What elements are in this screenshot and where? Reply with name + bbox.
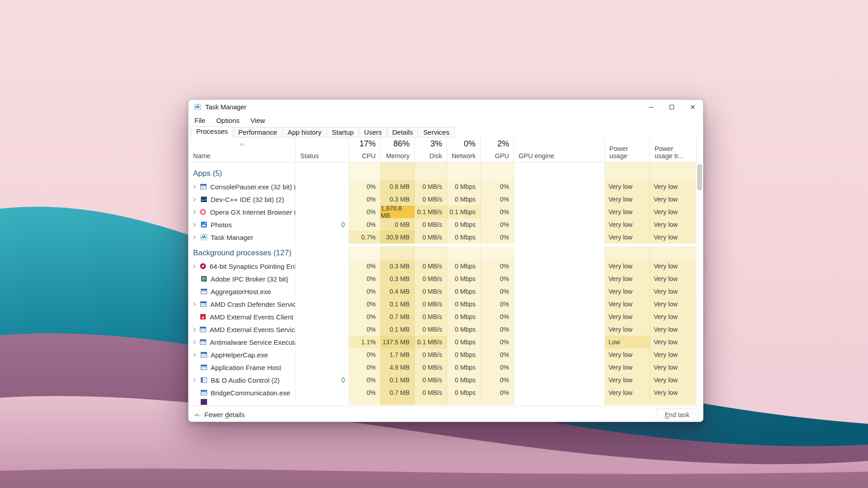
- tab-details[interactable]: Details: [387, 127, 419, 137]
- group-header[interactable]: Apps (5): [189, 167, 697, 180]
- window-controls: ✕: [641, 100, 703, 114]
- process-row[interactable]: AMD External Events Service M...0%0.1 MB…: [189, 323, 697, 336]
- expand-chevron-right-icon[interactable]: [192, 327, 198, 332]
- process-row[interactable]: Adobe IPC Broker (32 bit)0%0.3 MB0 MB/s0…: [189, 272, 697, 285]
- expand-chevron-right-icon[interactable]: [192, 352, 198, 357]
- cell-power_trend: Very low: [650, 260, 697, 272]
- column-header-status[interactable]: Status: [296, 137, 349, 162]
- column-header-memory[interactable]: 86%Memory: [381, 137, 415, 162]
- process-row[interactable]: Opera GX Internet Browser (25)0%1,870.8 …: [189, 206, 697, 218]
- cell-status: [296, 260, 349, 272]
- column-label-power: Power usage: [605, 145, 650, 162]
- end-task-button[interactable]: End task: [656, 408, 698, 421]
- expand-chevron-right-icon[interactable]: [192, 197, 198, 202]
- fewer-details-toggle[interactable]: Fewer details: [194, 411, 245, 418]
- cell-name: Task Manager: [189, 231, 296, 244]
- process-name: Photos: [211, 221, 232, 229]
- cell-cpu: [349, 167, 381, 180]
- vertical-scrollbar[interactable]: [696, 162, 703, 406]
- bo-audio-icon: [200, 376, 208, 384]
- cell-power: Very low: [605, 285, 650, 298]
- cell-power_trend: Very low: [650, 180, 697, 193]
- cell-power_trend: [650, 162, 697, 167]
- expand-chevron-right-icon[interactable]: [192, 302, 198, 307]
- cell-disk: [415, 399, 447, 405]
- tab-app-history[interactable]: App history: [282, 127, 327, 137]
- column-header-power[interactable]: Power usage: [605, 137, 650, 162]
- process-row[interactable]: AMD Crash Defender Service0%0.1 MB0 MB/s…: [189, 298, 697, 310]
- process-row[interactable]: Dev-C++ IDE (32 bit) (2)0%0.3 MB0 MB/s0 …: [189, 193, 697, 206]
- tab-services[interactable]: Services: [418, 127, 455, 137]
- column-header-cpu[interactable]: 17%CPU: [349, 137, 381, 162]
- tab-performance[interactable]: Performance: [233, 127, 283, 137]
- menu-item-options[interactable]: Options: [216, 117, 240, 124]
- scrollbar-thumb[interactable]: [697, 164, 702, 190]
- cell-cpu: [349, 162, 381, 167]
- process-row[interactable]: BridgeCommunication.exe0%0.7 MB0 MB/s0 M…: [189, 386, 697, 399]
- cell-cpu: 0%: [349, 193, 381, 206]
- column-header-power_trend[interactable]: Power usage tr...: [650, 137, 697, 162]
- cell-power_trend: Very low: [650, 323, 697, 336]
- titlebar[interactable]: Task Manager ✕: [189, 100, 703, 114]
- cell-status: [296, 336, 349, 348]
- cell-name: ConsolePauser.exe (32 bit) (2): [189, 180, 296, 193]
- tab-processes[interactable]: Processes: [191, 126, 233, 137]
- menu-item-file[interactable]: File: [194, 117, 205, 124]
- maximize-button[interactable]: [661, 100, 682, 114]
- cell-power: Very low: [605, 386, 650, 399]
- process-row[interactable]: aAMD External Events Client Mo...0%0.7 M…: [189, 310, 697, 323]
- expand-chevron-right-icon[interactable]: [192, 222, 198, 227]
- column-header-gpu[interactable]: 2%GPU: [481, 137, 514, 162]
- process-row[interactable]: AppHelperCap.exe0%1.7 MB0 MB/s0 Mbps0%Ve…: [189, 348, 697, 361]
- eco-mode-leaf-icon: [340, 221, 347, 230]
- purple-app-icon: [200, 399, 208, 405]
- process-row[interactable]: Task Manager0.7%30.9 MB0 MB/s0 Mbps0%Ver…: [189, 231, 697, 244]
- process-row[interactable]: 64-bit Synaptics Pointing Enhan...0%0.3 …: [189, 260, 697, 272]
- group-label: Background processes (127): [193, 249, 291, 258]
- cell-power_trend: Very low: [650, 348, 697, 361]
- process-row-partial: [189, 399, 697, 405]
- expand-chevron-right-icon[interactable]: [192, 264, 198, 269]
- cell-gpu: 0%: [481, 336, 514, 348]
- cell-disk: [415, 246, 447, 260]
- eco-mode-leaf-icon: [340, 376, 347, 386]
- cell-gpu: 0%: [481, 285, 514, 298]
- tab-users[interactable]: Users: [359, 127, 387, 137]
- process-name: 64-bit Synaptics Pointing Enhan...: [210, 263, 295, 270]
- cell-name: aAMD External Events Client Mo...: [189, 310, 296, 323]
- cell-cpu: 0%: [349, 361, 381, 374]
- process-row[interactable]: Antimalware Service Executable1.1%137.5 …: [189, 336, 697, 348]
- minimize-icon: [649, 107, 654, 108]
- synaptics-icon: [199, 263, 207, 270]
- column-header-network[interactable]: 0%Network: [447, 137, 481, 162]
- menu-item-view[interactable]: View: [250, 117, 265, 124]
- cell-gpu_engine: [514, 167, 605, 180]
- column-headers: NameStatus17%CPU86%Memory3%Disk0%Network…: [189, 137, 703, 162]
- minimize-button[interactable]: [641, 100, 661, 114]
- cell-power: Very low: [605, 193, 650, 206]
- process-row[interactable]: Photos0%0 MB0 MB/s0 Mbps0%Very lowVery l…: [189, 218, 697, 231]
- expand-chevron-right-icon[interactable]: [192, 340, 198, 345]
- column-header-disk[interactable]: 3%Disk: [415, 137, 447, 162]
- column-label-power_trend: Power usage tr...: [650, 145, 696, 162]
- process-row[interactable]: ConsolePauser.exe (32 bit) (2)0%0.8 MB0 …: [189, 180, 697, 193]
- expand-chevron-right-icon[interactable]: [192, 210, 198, 215]
- expand-chevron-right-icon[interactable]: [192, 184, 198, 189]
- expand-chevron-right-icon[interactable]: [192, 235, 198, 240]
- process-row[interactable]: B& O Audio Control (2)0%0.1 MB0 MB/s0 Mb…: [189, 374, 697, 386]
- process-row[interactable]: AggregatorHost.exe0%0.4 MB0 MB/s0 Mbps0%…: [189, 285, 697, 298]
- header-spacer-row: [189, 162, 697, 167]
- group-label-cell: Background processes (127): [189, 246, 296, 260]
- process-name: AggregatorHost.exe: [211, 288, 271, 296]
- cell-disk: 0 MB/s: [415, 323, 447, 336]
- expand-chevron-right-icon[interactable]: [192, 378, 198, 383]
- group-header[interactable]: Background processes (127): [189, 246, 697, 260]
- column-header-gpu_engine[interactable]: GPU engine: [514, 137, 605, 162]
- cell-gpu_engine: [514, 246, 605, 260]
- close-button[interactable]: ✕: [682, 100, 703, 114]
- tab-startup[interactable]: Startup: [326, 127, 359, 137]
- process-row[interactable]: Application Frame Host0%4.9 MB0 MB/s0 Mb…: [189, 361, 697, 374]
- cell-gpu_engine: [514, 361, 605, 374]
- cell-memory: 0.1 MB: [381, 374, 415, 386]
- cell-power_trend: Very low: [650, 285, 697, 298]
